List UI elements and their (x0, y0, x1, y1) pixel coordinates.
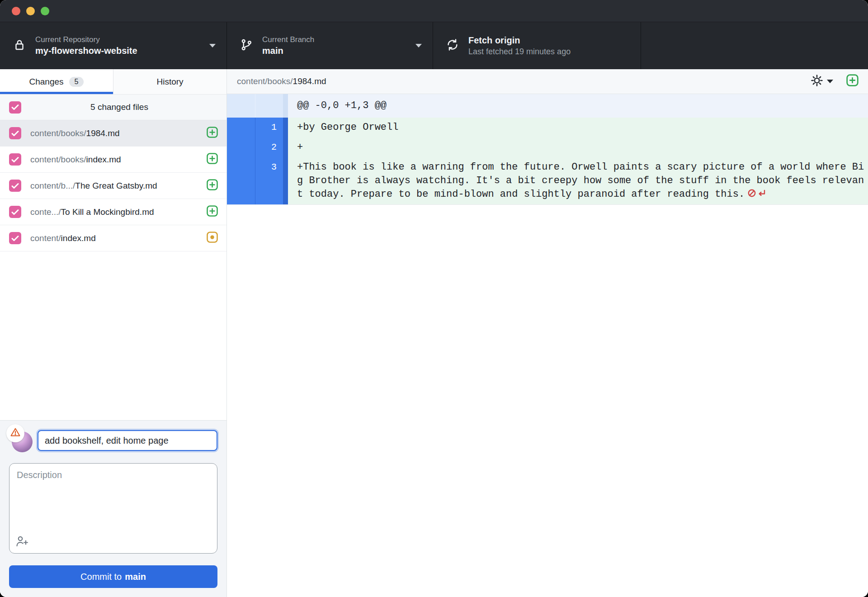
commit-button-prefix: Commit to (80, 572, 122, 582)
new-line-number: 1 (255, 118, 283, 137)
diff-line-3[interactable]: 3 +This book is like a warning from the … (227, 157, 868, 204)
file-checkbox[interactable] (9, 127, 21, 139)
file-row-index[interactable]: content/index.md (0, 225, 226, 251)
chevron-down-icon (415, 44, 422, 47)
tab-history[interactable]: History (113, 69, 226, 94)
repository-selector[interactable]: Current Repository my-flowershow-website (0, 22, 227, 69)
hunk-header-row[interactable]: @@ -0,0 +1,3 @@ (227, 94, 868, 118)
commit-panel: Commit to main (0, 420, 226, 597)
diff-line-text: +by George Orwell (288, 118, 868, 137)
diff-options-button[interactable] (808, 72, 835, 91)
file-row-1984[interactable]: content/books/1984.md (0, 120, 226, 147)
github-desktop-window: Current Repository my-flowershow-website… (0, 0, 868, 597)
chevron-down-icon (209, 44, 216, 47)
branch-label: Current Branch (262, 35, 410, 44)
diff-pane: content/books/1984.md (227, 69, 868, 597)
no-newline-icon (747, 188, 767, 198)
git-branch-icon (240, 38, 253, 53)
changed-file-list: content/books/1984.md content/books/inde… (0, 120, 226, 251)
minimize-button[interactable] (26, 7, 35, 15)
sidebar-empty-space (0, 251, 226, 420)
chevron-down-icon (827, 80, 833, 83)
hunk-header-text: @@ -0,0 +1,3 @@ (288, 94, 868, 118)
diff-empty-area (227, 204, 868, 597)
avatar-area (9, 429, 38, 452)
commit-summary-input[interactable] (38, 430, 217, 451)
file-row-mockingbird[interactable]: conte.../To Kill a Mockingbird.md (0, 199, 226, 225)
changed-files-summary: 5 changed files (21, 102, 217, 112)
warning-icon (10, 427, 21, 440)
file-path: content/b.../The Great Gatsby.md (30, 181, 201, 191)
close-button[interactable] (12, 7, 20, 15)
sidebar: Changes 5 History 5 changed files (0, 69, 227, 597)
commit-button[interactable]: Commit to main (9, 565, 217, 588)
file-path: content/books/index.md (30, 155, 201, 165)
added-status-icon (206, 152, 218, 167)
added-status-icon (206, 179, 218, 193)
diff-line-text: +This book is like a warning from the fu… (288, 157, 868, 204)
add-coauthor-icon[interactable] (15, 535, 29, 549)
file-row-great-gatsby[interactable]: content/b.../The Great Gatsby.md (0, 173, 226, 199)
file-path: content/index.md (30, 233, 201, 243)
file-checkbox[interactable] (9, 232, 21, 244)
traffic-lights (12, 7, 49, 15)
added-status-icon (206, 126, 218, 141)
tab-changes-label: Changes (29, 77, 64, 87)
titlebar (0, 0, 868, 22)
modified-status-icon (206, 231, 218, 246)
branch-name: main (262, 46, 410, 56)
tab-changes[interactable]: Changes 5 (0, 69, 113, 94)
expand-diff-button[interactable] (846, 74, 859, 89)
repository-name: my-flowershow-website (35, 46, 204, 56)
select-all-checkbox[interactable] (9, 101, 21, 114)
fetch-origin-button[interactable]: Fetch origin Last fetched 19 minutes ago (433, 22, 641, 69)
file-path: conte.../To Kill a Mockingbird.md (30, 207, 201, 217)
diff-file-path: content/books/1984.md (237, 76, 808, 86)
repository-label: Current Repository (35, 35, 204, 44)
file-path: content/books/1984.md (30, 128, 201, 138)
diff-view: @@ -0,0 +1,3 @@ 1 +by George Orwell 2 + (227, 94, 868, 597)
plus-square-icon (846, 74, 859, 89)
file-checkbox[interactable] (9, 153, 21, 166)
diff-line-2[interactable]: 2 + (227, 137, 868, 157)
toolbar-spacer (641, 22, 868, 69)
added-status-icon (206, 205, 218, 219)
fetch-subtitle: Last fetched 19 minutes ago (468, 47, 630, 57)
diff-file-header: content/books/1984.md (227, 69, 868, 94)
branch-selector[interactable]: Current Branch main (227, 22, 433, 69)
commit-description-input[interactable] (9, 463, 217, 554)
new-line-number: 2 (255, 137, 283, 157)
sync-icon (446, 38, 459, 53)
file-checkbox[interactable] (9, 206, 21, 218)
gear-icon (810, 74, 824, 90)
fetch-title: Fetch origin (468, 35, 630, 46)
file-row-books-index[interactable]: content/books/index.md (0, 147, 226, 173)
diff-line-text: + (288, 137, 868, 157)
tab-history-label: History (156, 77, 183, 87)
lock-icon (13, 38, 26, 53)
changes-count-badge: 5 (69, 77, 84, 87)
old-line-number (227, 157, 255, 204)
file-checkbox[interactable] (9, 180, 21, 192)
new-line-number: 3 (255, 157, 283, 204)
zoom-button[interactable] (41, 7, 49, 15)
toolbar: Current Repository my-flowershow-website… (0, 22, 868, 69)
diff-line-1[interactable]: 1 +by George Orwell (227, 118, 868, 137)
select-all-row: 5 changed files (0, 94, 226, 120)
old-line-number (227, 137, 255, 157)
warning-badge[interactable] (6, 424, 24, 442)
sidebar-tabs: Changes 5 History (0, 69, 226, 94)
old-line-number (227, 118, 255, 137)
commit-button-branch: main (125, 572, 146, 582)
